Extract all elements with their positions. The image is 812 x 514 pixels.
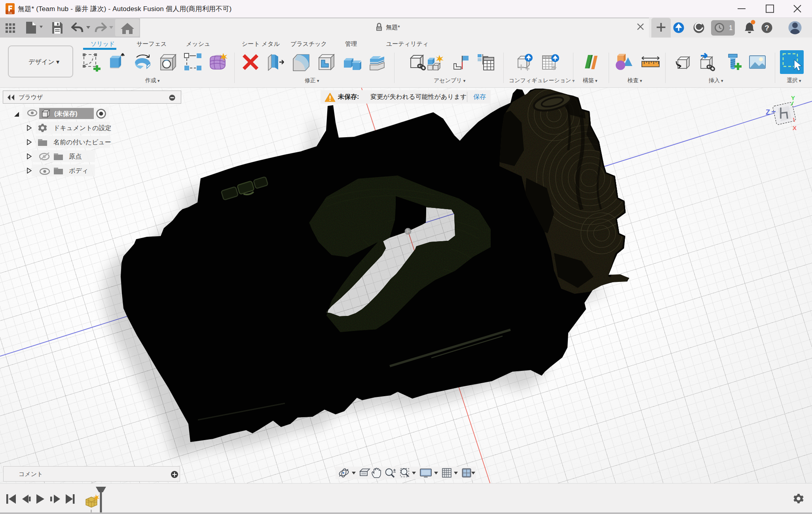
- svg-text:FUS: FUS: [8, 12, 12, 14]
- svg-text:Z: Z: [766, 108, 770, 116]
- svg-text:X: X: [793, 125, 797, 131]
- svg-text:Y: Y: [791, 94, 795, 101]
- svg-text:1: 1: [729, 24, 732, 32]
- svg-text:?: ?: [765, 24, 769, 32]
